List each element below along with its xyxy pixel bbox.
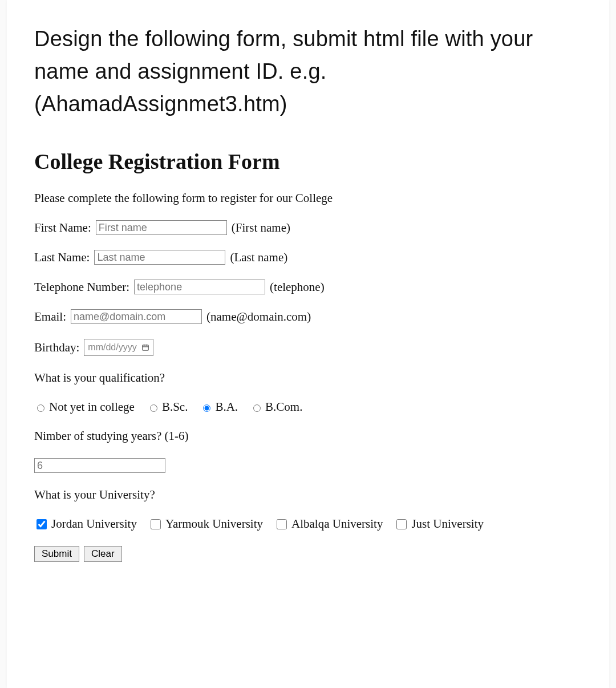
email-row: Email: (name@domain.com)	[34, 309, 582, 324]
qualification-radio[interactable]	[253, 404, 261, 412]
email-hint: (name@domain.com)	[206, 310, 311, 324]
university-option-label: Yarmouk University	[165, 517, 263, 531]
qualification-radio[interactable]	[150, 404, 157, 412]
qualification-option-label: Not yet in college	[49, 400, 135, 414]
telephone-row: Telephone Number: (telephone)	[34, 280, 582, 294]
university-checkbox[interactable]	[277, 519, 287, 529]
qualification-option[interactable]: Not yet in college	[34, 400, 135, 414]
years-input[interactable]	[34, 458, 165, 473]
svg-rect-0	[142, 345, 148, 350]
last-name-label: Last Name:	[34, 250, 90, 265]
qualification-option[interactable]: B.Sc.	[147, 400, 188, 414]
birthday-row: Birthday: mm/dd/yyyy	[34, 339, 582, 356]
page: Design the following form, submit html f…	[7, 0, 609, 688]
first-name-row: First Name: (First name)	[34, 220, 582, 235]
form-title: College Registration Form	[34, 149, 582, 174]
university-checkbox[interactable]	[396, 519, 407, 529]
qualification-option-label: B.A.	[215, 400, 238, 414]
qualification-label: What is your qualification?	[34, 371, 582, 385]
qualification-option-label: B.Sc.	[162, 400, 188, 414]
first-name-input[interactable]	[96, 220, 227, 235]
birthday-input[interactable]: mm/dd/yyyy	[84, 339, 153, 356]
last-name-row: Last Name: (Last name)	[34, 250, 582, 265]
calendar-icon	[141, 343, 149, 351]
qualification-options: Not yet in collegeB.Sc.B.A.B.Com.	[34, 400, 582, 414]
university-checkbox[interactable]	[37, 519, 47, 529]
university-option[interactable]: Yarmouk University	[148, 517, 263, 531]
qualification-option[interactable]: B.A.	[200, 400, 238, 414]
qualification-option-label: B.Com.	[265, 400, 302, 414]
qualification-radio[interactable]	[203, 404, 210, 412]
university-option[interactable]: Albalqa University	[274, 517, 383, 531]
assignment-instructions: Design the following form, submit html f…	[34, 23, 582, 120]
years-row	[34, 458, 582, 473]
university-option-label: Albalqa University	[291, 517, 383, 531]
last-name-hint: (Last name)	[230, 250, 287, 265]
email-input[interactable]	[71, 309, 202, 324]
telephone-label: Telephone Number:	[34, 280, 129, 294]
university-option-label: Jordan University	[51, 517, 137, 531]
years-label: Nimber of studying years? (1-6)	[34, 429, 582, 443]
last-name-input[interactable]	[94, 250, 225, 265]
university-label: What is your University?	[34, 488, 582, 502]
birthday-placeholder: mm/dd/yyyy	[88, 342, 136, 353]
qualification-option[interactable]: B.Com.	[250, 400, 302, 414]
university-options: Jordan UniversityYarmouk UniversityAlbal…	[34, 517, 582, 531]
university-option[interactable]: Jordan University	[34, 517, 137, 531]
telephone-hint: (telephone)	[270, 280, 325, 294]
button-row: Submit Clear	[34, 546, 582, 562]
first-name-label: First Name:	[34, 221, 91, 235]
university-option[interactable]: Just University	[394, 517, 484, 531]
clear-button[interactable]: Clear	[84, 546, 122, 562]
birthday-label: Birthday:	[34, 341, 79, 355]
telephone-input[interactable]	[134, 280, 265, 294]
email-label: Email:	[34, 310, 66, 324]
first-name-hint: (First name)	[232, 221, 290, 235]
university-checkbox[interactable]	[151, 519, 161, 529]
form-intro: Please complete the following form to re…	[34, 191, 582, 205]
submit-button[interactable]: Submit	[34, 546, 79, 562]
qualification-radio[interactable]	[37, 404, 44, 412]
university-option-label: Just University	[411, 517, 484, 531]
